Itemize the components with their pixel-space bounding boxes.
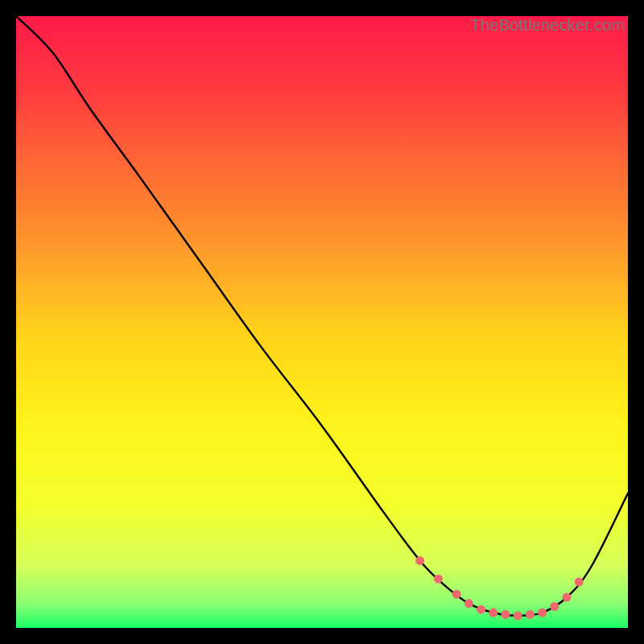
marker-dot: [477, 605, 485, 614]
marker-dot: [415, 556, 424, 565]
marker-dot: [550, 602, 559, 611]
marker-dot: [538, 609, 547, 617]
marker-dot: [489, 609, 497, 617]
marker-dot: [464, 599, 473, 608]
marker-dot: [502, 610, 510, 619]
marker-dot: [563, 593, 572, 602]
chart-svg: [16, 16, 628, 628]
marker-dot: [526, 610, 535, 619]
gradient-background: [16, 16, 628, 628]
marker-dot: [452, 590, 461, 599]
marker-dot: [575, 578, 584, 587]
attribution-text: TheBottlenecker.com: [470, 16, 625, 35]
chart-frame: TheBottlenecker.com: [16, 16, 628, 628]
marker-dot: [434, 575, 443, 584]
marker-dot: [514, 611, 522, 620]
